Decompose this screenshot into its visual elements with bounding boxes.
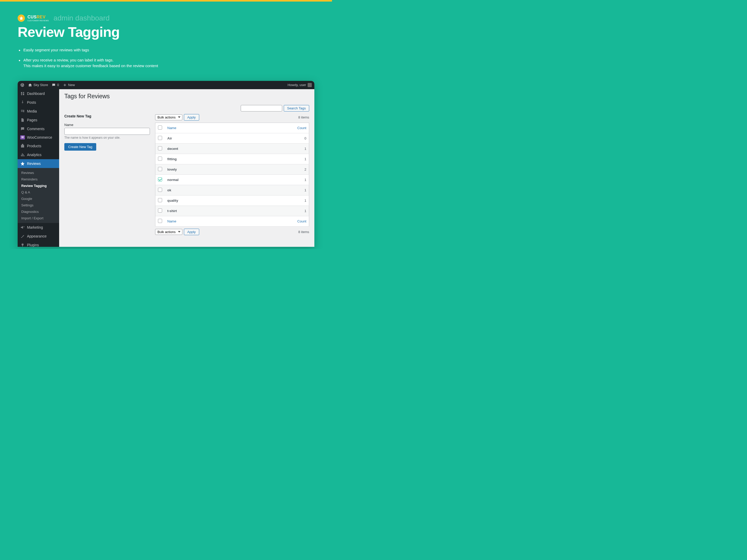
media-icon (20, 109, 25, 113)
hero-bullet: After you receive a review, you can labe… (23, 57, 314, 69)
row-name[interactable]: fitting (165, 154, 291, 164)
row-name[interactable]: quality (165, 195, 291, 206)
pin-icon (20, 100, 25, 105)
logo-circle-icon (18, 15, 25, 22)
row-count: 1 (291, 175, 309, 185)
sidebar-item-comments[interactable]: Comments (18, 125, 59, 133)
name-label: Name (64, 123, 150, 127)
sidebar-item-woocommerce[interactable]: WWooCommerce (18, 133, 59, 141)
table-row: quality1 (155, 195, 309, 206)
sidebar-item-label: Reviews (27, 161, 41, 166)
tag-name-input[interactable] (64, 128, 150, 135)
submenu-item-reminders[interactable]: Reminders (18, 176, 59, 183)
bulk-actions-select-top[interactable]: Bulk actions (155, 114, 182, 120)
sidebar-item-products[interactable]: Products (18, 141, 59, 150)
sidebar-item-label: Posts (27, 100, 36, 105)
apply-button-bottom[interactable]: Apply (184, 229, 199, 235)
products-icon (20, 144, 25, 148)
search-tags-input[interactable] (241, 105, 282, 111)
search-tags-button[interactable]: Search Tags (284, 105, 309, 111)
comment-icon (52, 83, 56, 87)
sidebar-item-analytics[interactable]: Analytics (18, 150, 59, 159)
sidebar-item-dashboard[interactable]: Dashboard (18, 89, 59, 98)
column-count-header[interactable]: Count (297, 126, 306, 130)
row-checkbox[interactable] (158, 136, 162, 140)
wp-admin-toolbar: Sky Store 0 New Howdy, user (18, 81, 314, 89)
submenu-item-review-tagging[interactable]: Review Tagging (18, 183, 59, 189)
table-row: normal1 (155, 175, 309, 185)
logo-text: CUSREV CUSTOMER REVIEWS (27, 15, 49, 22)
submenu-item-import-export[interactable]: Import / Export (18, 215, 59, 221)
select-all-checkbox-bottom[interactable] (158, 219, 162, 223)
sidebar-item-label: Marketing (27, 225, 43, 230)
row-count: 1 (291, 185, 309, 195)
submenu-item-google[interactable]: Google (18, 195, 59, 202)
row-name[interactable]: normal (165, 175, 291, 185)
sidebar-item-plugins[interactable]: Plugins (18, 241, 59, 247)
sidebar-item-media[interactable]: Media (18, 107, 59, 116)
wp-logo-icon[interactable] (20, 83, 24, 87)
home-icon (28, 83, 32, 87)
wp-content-area: Tags for Reviews Search Tags Create New … (59, 89, 314, 247)
submenu-item-diagnostics[interactable]: Diagnostics (18, 209, 59, 215)
table-row: Air0 (155, 133, 309, 143)
row-name[interactable]: lovely (165, 164, 291, 175)
column-count-footer[interactable]: Count (297, 219, 306, 223)
sidebar-item-label: Analytics (27, 153, 42, 157)
hero-bullet: Easily segment your reviews with tags (23, 47, 314, 53)
sidebar-item-label: Pages (27, 118, 37, 122)
submenu-item-q-a[interactable]: Q & A (18, 189, 59, 195)
table-row: lovely2 (155, 164, 309, 175)
row-name[interactable]: Air (165, 133, 291, 143)
row-checkbox[interactable] (158, 157, 162, 161)
apply-button-top[interactable]: Apply (184, 114, 199, 121)
row-checkbox[interactable] (158, 188, 162, 192)
pages-icon (20, 118, 25, 123)
sidebar-item-posts[interactable]: Posts (18, 98, 59, 107)
row-name[interactable]: decent (165, 143, 291, 154)
bulk-actions-select-bottom[interactable]: Bulk actions (155, 229, 182, 235)
sidebar-item-label: Comments (27, 127, 45, 131)
sidebar-item-label: Dashboard (27, 91, 45, 96)
row-count: 1 (291, 206, 309, 216)
toolbar-new-link[interactable]: New (63, 83, 75, 87)
submenu-item-reviews[interactable]: Reviews (18, 169, 59, 176)
star-icon (20, 161, 25, 166)
column-name-header[interactable]: Name (167, 126, 176, 130)
column-name-footer[interactable]: Name (167, 219, 176, 223)
row-checkbox[interactable] (158, 167, 162, 171)
row-checkbox[interactable] (158, 209, 162, 213)
brand-cus: CUS (27, 15, 36, 19)
create-tag-button[interactable]: Create New Tag (64, 143, 96, 151)
sidebar-item-label: Media (27, 109, 37, 113)
row-name[interactable]: t-shirt (165, 206, 291, 216)
row-count: 0 (291, 133, 309, 143)
sidebar-item-appearance[interactable]: Appearance (18, 232, 59, 241)
sidebar-submenu: ReviewsRemindersReview TaggingQ & AGoogl… (18, 168, 59, 223)
items-count-top: 8 items (298, 115, 309, 119)
brand-subtitle: CUSTOMER REVIEWS (27, 20, 49, 22)
toolbar-account[interactable]: Howdy, user (288, 83, 312, 87)
megaphone-icon (20, 225, 25, 230)
select-all-checkbox-top[interactable] (158, 126, 162, 130)
sidebar-item-label: Plugins (27, 243, 39, 247)
brand-rev: REV (36, 15, 45, 19)
row-checkbox[interactable] (158, 177, 162, 182)
name-hint: The name is how it appears on your site. (64, 136, 150, 139)
row-name[interactable]: ok (165, 185, 291, 195)
create-tag-form: Create New Tag Name The name is how it a… (64, 114, 150, 237)
row-count: 1 (291, 143, 309, 154)
submenu-item-settings[interactable]: Settings (18, 202, 59, 209)
analytics-icon (20, 153, 25, 157)
row-checkbox[interactable] (158, 198, 162, 202)
items-count-bottom: 8 items (298, 230, 309, 234)
sidebar-item-reviews[interactable]: Reviews (18, 159, 59, 168)
plus-icon (63, 83, 67, 87)
brush-icon (20, 234, 25, 239)
toolbar-site-link[interactable]: Sky Store (28, 83, 48, 87)
row-checkbox[interactable] (158, 146, 162, 150)
sidebar-item-marketing[interactable]: Marketing (18, 223, 59, 232)
toolbar-comments-link[interactable]: 0 (52, 83, 59, 87)
sidebar-item-pages[interactable]: Pages (18, 116, 59, 125)
table-row: ok1 (155, 185, 309, 195)
